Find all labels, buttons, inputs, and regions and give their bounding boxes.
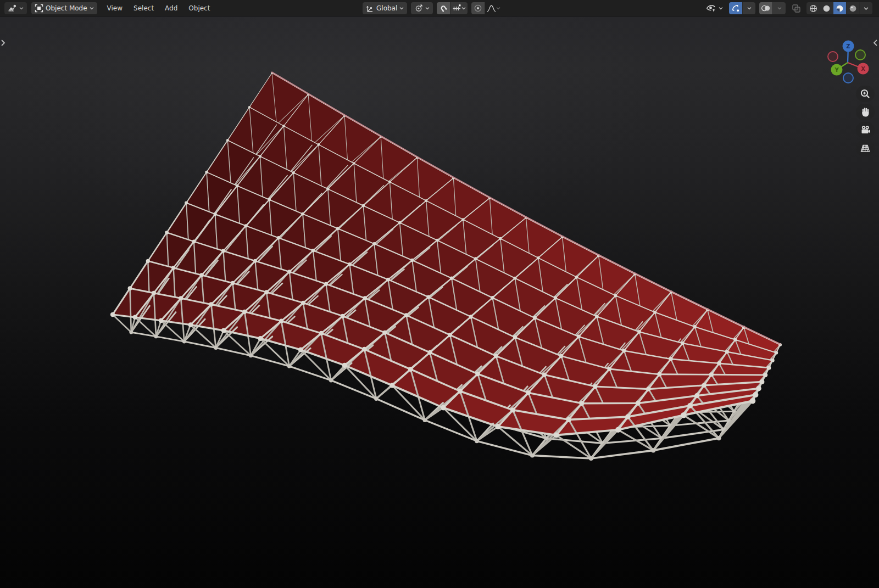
svg-text:Z: Z bbox=[846, 43, 850, 49]
orthographic-grid-icon bbox=[859, 142, 871, 154]
mode-label: Object Mode bbox=[46, 4, 87, 12]
gizmo-axis-neg-x[interactable] bbox=[828, 52, 838, 61]
pivot-point-icon bbox=[414, 4, 423, 13]
gizmo-axis-z[interactable]: Z bbox=[843, 41, 854, 52]
chevron-down-icon bbox=[425, 7, 430, 10]
object-visibility-dropdown[interactable] bbox=[704, 2, 725, 14]
show-gizmos-icon bbox=[731, 4, 741, 13]
toggle-orthographic-button[interactable] bbox=[856, 140, 875, 156]
gizmo-axis-x[interactable]: X bbox=[858, 63, 869, 75]
proportional-editing-dot-icon bbox=[474, 4, 482, 13]
sidebar-expand-arrow[interactable] bbox=[873, 38, 878, 47]
overlays-group bbox=[759, 2, 786, 14]
chevron-down-icon bbox=[461, 7, 466, 10]
snapping-group bbox=[437, 2, 468, 14]
overlays-settings-dropdown[interactable] bbox=[772, 2, 786, 14]
shading-material-preview-button[interactable] bbox=[833, 2, 846, 14]
snap-toggle-button[interactable] bbox=[437, 2, 450, 14]
transform-orientation-axes-icon bbox=[366, 4, 374, 13]
wireframe-shading-icon bbox=[809, 4, 818, 13]
svg-text:X: X bbox=[861, 66, 865, 72]
toolbar-expand-arrow[interactable] bbox=[0, 38, 5, 47]
shading-rendered-button[interactable] bbox=[846, 2, 859, 14]
mode-selector-dropdown[interactable]: Object Mode bbox=[31, 2, 97, 14]
gizmos-group bbox=[729, 2, 755, 14]
rendered-shading-icon bbox=[848, 4, 858, 13]
editor-type-button[interactable] bbox=[4, 2, 27, 14]
chevron-down-icon bbox=[399, 7, 404, 10]
navigation-gizmo[interactable]: Z X Y bbox=[823, 38, 872, 87]
material-preview-shading-icon bbox=[835, 4, 844, 13]
show-gizmos-toggle[interactable] bbox=[729, 2, 742, 14]
solid-shading-icon bbox=[822, 4, 831, 13]
viewport-canvas[interactable] bbox=[0, 16, 879, 588]
chevron-down-icon bbox=[719, 7, 723, 10]
camera-view-button[interactable] bbox=[856, 122, 875, 138]
pivot-point-dropdown[interactable] bbox=[411, 2, 433, 14]
viewport-header: Object Mode View Select Add Object bbox=[0, 0, 879, 16]
proportional-falloff-dropdown[interactable] bbox=[485, 2, 502, 14]
menu-view[interactable]: View bbox=[102, 0, 128, 16]
menu-add[interactable]: Add bbox=[159, 0, 183, 16]
menu-bar: View Select Add Object bbox=[102, 0, 216, 16]
chevron-down-icon bbox=[777, 7, 782, 10]
zoom-button[interactable] bbox=[856, 86, 875, 102]
toggle-xray-icon bbox=[792, 4, 801, 13]
show-overlays-toggle[interactable] bbox=[759, 2, 772, 14]
snap-settings-dropdown[interactable] bbox=[450, 2, 468, 14]
shading-settings-dropdown[interactable] bbox=[859, 2, 872, 14]
menu-object[interactable]: Object bbox=[183, 0, 215, 16]
menu-select[interactable]: Select bbox=[128, 0, 159, 16]
viewport-3d-icon bbox=[8, 4, 17, 13]
camera-view-icon bbox=[859, 124, 872, 136]
show-overlays-icon bbox=[761, 4, 771, 13]
chevron-down-icon bbox=[747, 7, 752, 10]
shading-wireframe-button[interactable] bbox=[806, 2, 820, 14]
pan-button[interactable] bbox=[856, 104, 875, 120]
chevron-down-icon bbox=[90, 7, 94, 10]
gizmo-axis-neg-z[interactable] bbox=[843, 73, 853, 83]
transform-orientation-dropdown[interactable]: Global bbox=[363, 2, 407, 14]
toggle-xray-button[interactable] bbox=[789, 2, 803, 14]
chevron-down-icon bbox=[19, 7, 24, 10]
viewport-3d[interactable]: Z X Y bbox=[0, 16, 879, 588]
pan-hand-icon bbox=[859, 106, 871, 118]
svg-text:Y: Y bbox=[834, 67, 839, 73]
zoom-in-icon bbox=[859, 88, 871, 100]
falloff-curve-icon bbox=[487, 4, 496, 13]
shading-solid-button[interactable] bbox=[820, 2, 833, 14]
orientation-label: Global bbox=[376, 4, 397, 12]
viewport-tool-column bbox=[856, 86, 875, 158]
proportional-editing-group bbox=[471, 2, 502, 14]
shading-mode-group bbox=[806, 2, 872, 14]
object-visibility-eye-icon bbox=[706, 4, 716, 13]
blender-window: Object Mode View Select Add Object bbox=[0, 0, 879, 588]
object-mode-icon bbox=[35, 4, 43, 13]
snap-increment-icon bbox=[452, 4, 461, 13]
proportional-editing-toggle[interactable] bbox=[471, 2, 485, 14]
chevron-down-icon bbox=[864, 7, 869, 10]
gizmos-settings-dropdown[interactable] bbox=[742, 2, 755, 14]
magnet-icon bbox=[439, 4, 448, 13]
gizmo-axis-y[interactable]: Y bbox=[831, 64, 843, 76]
chevron-down-icon bbox=[496, 7, 500, 10]
gizmo-axis-neg-y[interactable] bbox=[855, 50, 865, 60]
